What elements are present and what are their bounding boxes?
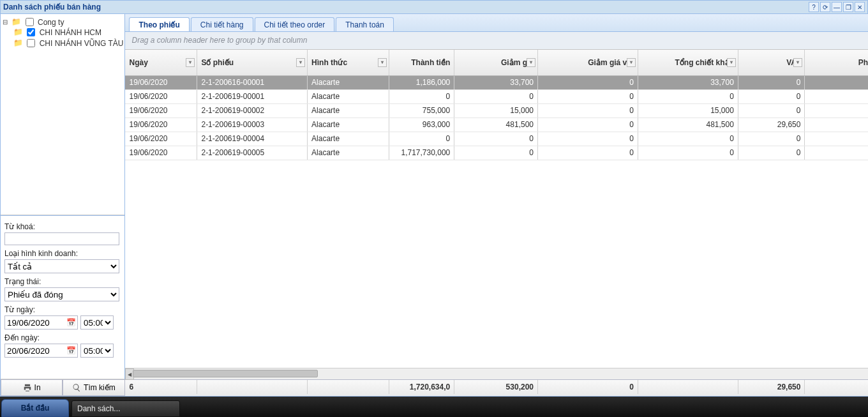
cell-ngay: 19/06/2020 xyxy=(125,146,197,160)
from-date-field[interactable] xyxy=(5,317,64,328)
tree-root-checkbox[interactable] xyxy=(26,18,34,26)
search-button[interactable]: Tìm kiếm xyxy=(63,379,124,396)
tab-chi-tiet-hang[interactable]: Chi tiết hàng xyxy=(191,17,253,31)
cell-tongck: 15,000 xyxy=(638,103,738,118)
cell-thanhtien: 1,717,730,000 xyxy=(389,146,454,160)
col-header-ngay[interactable]: Ngày▾ xyxy=(125,50,197,75)
scrollbar-thumb[interactable] xyxy=(133,370,318,377)
cell-phiphucvu: 0 xyxy=(805,103,868,118)
cell-sophieu: 2-1-200616-00001 xyxy=(197,75,308,89)
cell-vat: 0 xyxy=(738,75,805,89)
cell-tongck: 0 xyxy=(638,146,738,160)
tree-child-checkbox[interactable] xyxy=(27,28,35,36)
folder-icon: 📁 xyxy=(13,38,23,47)
cell-giamgia: 0 xyxy=(454,146,538,160)
col-header-giamgia[interactable]: Giảm giá▾ xyxy=(454,50,538,75)
business-type-label: Loại hình kinh doanh: xyxy=(4,249,121,258)
cell-phiphucvu: 0 xyxy=(805,132,868,146)
from-time-select[interactable]: 05:00 xyxy=(80,315,114,330)
data-grid: Ngày▾ Số phiếu▾ Hình thức▾ Thành tiền Gi… xyxy=(125,50,868,368)
search-button-label: Tìm kiếm xyxy=(84,383,116,392)
col-header-phiphucvu[interactable]: Phí phục vụ▾ xyxy=(805,50,868,75)
folder-icon: 📁 xyxy=(13,27,23,36)
business-type-select[interactable]: Tất cả xyxy=(4,259,119,273)
folder-icon: 📁 xyxy=(11,17,21,26)
table-row[interactable]: 19/06/20202-1-200619-00003Alacarte963,00… xyxy=(125,118,868,132)
tree-node[interactable]: 📁 CHI NHÁNH VŨNG TÀU xyxy=(2,38,123,49)
to-date-input[interactable]: 📅 xyxy=(4,344,78,358)
filter-icon[interactable]: ▾ xyxy=(527,58,535,67)
close-button[interactable]: ✕ xyxy=(855,2,865,12)
calendar-icon[interactable]: 📅 xyxy=(64,346,77,355)
calendar-icon[interactable]: 📅 xyxy=(64,318,77,327)
footer-tongck xyxy=(638,380,738,394)
col-header-vat[interactable]: VAT▾ xyxy=(738,50,805,75)
cell-hinhthuc: Alacarte xyxy=(308,103,389,118)
cell-sophieu: 2-1-200619-00005 xyxy=(197,146,308,160)
print-button[interactable]: In xyxy=(1,379,63,396)
cell-phiphucvu: 0 xyxy=(805,146,868,160)
tree-node-root[interactable]: ⊟ 📁 Cong ty 📁 CHI NHÁNH HCM 📁 xyxy=(2,17,123,49)
to-date-field[interactable] xyxy=(5,345,64,356)
col-header-giamgiavip[interactable]: Giảm giá vip▾ xyxy=(538,50,638,75)
horizontal-scrollbar[interactable]: ◀ ▶ xyxy=(125,368,868,379)
table-row[interactable]: 19/06/20202-1-200616-00001Alacarte1,186,… xyxy=(125,75,868,89)
filter-icon[interactable]: ▾ xyxy=(727,58,736,67)
table-row[interactable]: 19/06/20202-1-200619-00004Alacarte000000… xyxy=(125,132,868,146)
grid-footer: 6 1,720,634,0 530,200 0 29,650 1,720 xyxy=(125,379,868,396)
cell-thanhtien: 963,000 xyxy=(389,118,454,132)
footer-vat: 29,650 xyxy=(738,380,805,394)
footer-count: 6 xyxy=(125,380,197,394)
minimize-button[interactable]: — xyxy=(832,2,842,12)
filter-icon[interactable]: ▾ xyxy=(378,58,387,67)
to-date-label: Đến ngày: xyxy=(4,333,121,342)
cell-giamgiavip: 0 xyxy=(538,132,638,146)
cell-giamgia: 15,000 xyxy=(454,103,538,118)
filter-icon[interactable]: ▾ xyxy=(793,58,802,67)
tree-child-checkbox[interactable] xyxy=(27,39,35,47)
start-button[interactable]: Bắt đầu xyxy=(1,399,69,417)
table-row[interactable]: 19/06/20202-1-200619-00001Alacarte000000… xyxy=(125,89,868,103)
header-row: Ngày▾ Số phiếu▾ Hình thức▾ Thành tiền Gi… xyxy=(125,50,868,75)
cell-vat: 0 xyxy=(738,132,805,146)
taskbar: Bắt đầu Danh sách... xyxy=(0,397,868,417)
tree-collapse-icon[interactable]: ⊟ xyxy=(2,19,8,26)
col-header-sophieu[interactable]: Số phiếu▾ xyxy=(197,50,308,75)
cell-giamgiavip: 0 xyxy=(538,75,638,89)
table-row[interactable]: 19/06/20202-1-200619-00005Alacarte1,717,… xyxy=(125,146,868,160)
footer-phiphucvu xyxy=(805,380,868,394)
group-by-bar[interactable]: Drag a column header here to group by th… xyxy=(125,32,868,50)
restore-button[interactable]: ❐ xyxy=(843,2,853,12)
keyword-input[interactable] xyxy=(4,232,119,245)
table-row[interactable]: 19/06/20202-1-200619-00002Alacarte755,00… xyxy=(125,103,868,118)
cell-vat: 29,650 xyxy=(738,118,805,132)
cell-thanhtien: 0 xyxy=(389,89,454,103)
taskbar-item[interactable]: Danh sách... xyxy=(71,400,180,417)
refresh-button[interactable]: ⟳ xyxy=(820,2,830,12)
cell-giamgiavip: 0 xyxy=(538,103,638,118)
tab-theo-phieu[interactable]: Theo phiếu xyxy=(129,17,189,31)
tree-child-label: CHI NHÁNH VŨNG TÀU xyxy=(40,38,124,47)
tree-node[interactable]: 📁 CHI NHÁNH HCM xyxy=(2,27,123,38)
cell-ngay: 19/06/2020 xyxy=(125,118,197,132)
col-header-thanhtien[interactable]: Thành tiền xyxy=(389,50,454,75)
filter-icon[interactable]: ▾ xyxy=(627,58,636,67)
from-date-label: Từ ngày: xyxy=(4,305,121,314)
cell-sophieu: 2-1-200619-00004 xyxy=(197,132,308,146)
tab-chi-tiet-order[interactable]: Chi tiết theo order xyxy=(255,17,335,31)
col-header-tongck[interactable]: Tổng chiết khấu▾ xyxy=(638,50,738,75)
cell-tongck: 33,700 xyxy=(638,75,738,89)
to-time-select[interactable]: 05:00 xyxy=(80,344,114,358)
status-select[interactable]: Phiếu đã đóng xyxy=(4,287,119,301)
filter-icon[interactable]: ▾ xyxy=(296,58,305,67)
col-header-hinhthuc[interactable]: Hình thức▾ xyxy=(308,50,389,75)
cell-phiphucvu: 0 xyxy=(805,75,868,89)
from-date-input[interactable]: 📅 xyxy=(4,315,78,330)
tab-strip: Theo phiếu Chi tiết hàng Chi tiết theo o… xyxy=(125,14,868,32)
printer-icon xyxy=(23,383,32,392)
filter-icon[interactable]: ▾ xyxy=(186,58,195,67)
keyword-label: Từ khoá: xyxy=(4,222,121,231)
cell-phiphucvu: 0 xyxy=(805,118,868,132)
tab-thanh-toan[interactable]: Thanh toán xyxy=(336,17,394,31)
help-button[interactable]: ? xyxy=(809,2,819,12)
